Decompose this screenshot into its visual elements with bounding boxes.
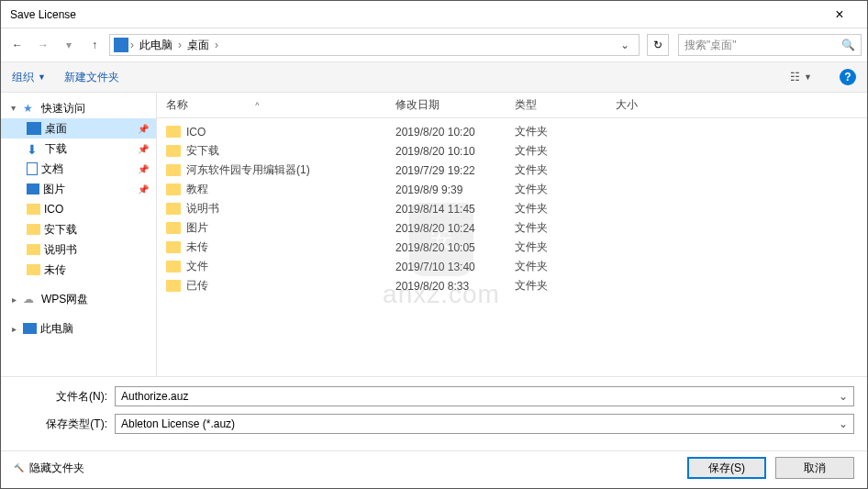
table-row[interactable]: 图片2019/8/20 10:24文件夹 xyxy=(157,218,867,238)
chevron-right-icon[interactable]: › xyxy=(178,39,182,51)
chevron-right-icon[interactable]: › xyxy=(215,39,218,51)
table-row[interactable]: ICO2019/8/20 10:20文件夹 xyxy=(157,122,867,141)
view-options-button[interactable]: ☷ ▼ xyxy=(790,71,812,83)
filename-label: 文件名(N): xyxy=(14,389,115,405)
star-icon: ★ xyxy=(23,102,38,115)
sidebar-item-label: 下载 xyxy=(45,141,67,157)
column-type[interactable]: 类型 xyxy=(515,97,616,113)
view-icon: ☷ xyxy=(790,71,800,83)
sidebar-item-label: 安下载 xyxy=(44,222,77,238)
sidebar-item-label: ICO xyxy=(44,203,63,216)
file-date: 2019/7/29 19:22 xyxy=(395,164,515,177)
sidebar-item[interactable]: 未传 xyxy=(1,260,156,280)
sidebar-wps[interactable]: ▸ ☁ WPS网盘 xyxy=(1,289,156,309)
forward-icon: → xyxy=(32,34,54,56)
sidebar-item-label: 文档 xyxy=(41,161,63,177)
table-row[interactable]: 说明书2019/8/14 11:45文件夹 xyxy=(157,199,867,218)
pin-icon: 📌 xyxy=(138,124,149,134)
file-date: 2019/8/20 10:24 xyxy=(395,222,515,235)
file-rows[interactable]: 安 anxz.com ICO2019/8/20 10:20文件夹安下载2019/… xyxy=(157,118,867,376)
doc-icon xyxy=(27,162,38,175)
sidebar-item[interactable]: ICO xyxy=(1,199,156,219)
chevron-icon[interactable]: ▸ xyxy=(8,324,19,334)
help-icon[interactable]: ? xyxy=(840,69,856,85)
chevron-down-icon[interactable]: ⌄ xyxy=(839,390,848,403)
pin-icon: 📌 xyxy=(138,144,149,154)
file-name: 教程 xyxy=(186,182,208,197)
column-date[interactable]: 修改日期 xyxy=(395,97,515,113)
file-date: 2019/7/10 13:40 xyxy=(395,261,515,273)
file-type: 文件夹 xyxy=(515,259,616,274)
column-name[interactable]: 名称 ^ xyxy=(166,97,395,113)
table-row[interactable]: 教程2019/8/9 9:39文件夹 xyxy=(157,180,867,199)
sidebar: ▸ ★ 快速访问 桌面📌⬇下载📌文档📌图片📌ICO安下载说明书未传 ▸ ☁ WP… xyxy=(1,93,157,376)
chevron-icon[interactable]: ▸ xyxy=(8,295,19,305)
cancel-button[interactable]: 取消 xyxy=(775,457,854,479)
file-type: 文件夹 xyxy=(515,162,616,178)
address-dropdown-icon[interactable]: ⌄ xyxy=(615,39,635,51)
sidebar-quick-access[interactable]: ▸ ★ 快速访问 xyxy=(1,98,156,118)
chevron-down-icon: ▼ xyxy=(804,72,812,82)
folder-icon xyxy=(166,183,181,195)
recent-dropdown-icon[interactable]: ▾ xyxy=(58,34,80,56)
file-name: ICO xyxy=(186,126,206,139)
sidebar-this-pc[interactable]: ▸ 此电脑 xyxy=(1,318,156,339)
back-icon[interactable]: ← xyxy=(6,34,28,56)
hide-folders-button[interactable]: 🔨 隐藏文件夹 xyxy=(14,461,84,476)
file-type: 文件夹 xyxy=(515,124,616,139)
table-row[interactable]: 安下载2019/8/20 10:10文件夹 xyxy=(157,141,867,161)
pic-icon xyxy=(27,183,39,194)
sidebar-item[interactable]: 图片📌 xyxy=(1,179,156,199)
search-input[interactable]: 搜索"桌面" 🔍 xyxy=(678,34,862,56)
folder-icon xyxy=(166,145,181,157)
download-icon: ⬇ xyxy=(27,142,41,155)
search-icon[interactable]: 🔍 xyxy=(841,39,855,51)
file-type: 文件夹 xyxy=(515,278,616,294)
sidebar-item[interactable]: 说明书 xyxy=(1,239,156,260)
sidebar-item[interactable]: 桌面📌 xyxy=(1,118,156,139)
folder-icon xyxy=(166,222,181,234)
organize-button[interactable]: 组织 ▼ xyxy=(12,70,46,85)
bottom-panel: 文件名(N): Authorize.auz ⌄ 保存类型(T): Ableton… xyxy=(1,376,867,450)
breadcrumb-current[interactable]: 桌面 xyxy=(184,38,213,53)
chevron-right-icon[interactable]: › xyxy=(130,39,134,51)
search-placeholder: 搜索"桌面" xyxy=(684,38,841,53)
table-row[interactable]: 河东软件园专用编辑器(1)2019/7/29 19:22文件夹 xyxy=(157,161,867,180)
pc-icon xyxy=(114,38,128,52)
sidebar-item-label: 图片 xyxy=(43,182,65,197)
up-icon[interactable]: ↑ xyxy=(83,34,106,56)
file-list: 名称 ^ 修改日期 类型 大小 安 anxz.com ICO2019/8/20 … xyxy=(157,93,867,376)
column-size[interactable]: 大小 xyxy=(616,97,689,113)
navbar: ← → ▾ ↑ › 此电脑 › 桌面 › ⌄ ↻ 搜索"桌面" 🔍 xyxy=(1,28,867,61)
refresh-icon[interactable]: ↻ xyxy=(647,34,669,56)
file-name: 文件 xyxy=(186,259,208,274)
file-name: 说明书 xyxy=(186,201,219,217)
filename-input[interactable]: Authorize.auz ⌄ xyxy=(115,386,854,406)
breadcrumb-root[interactable]: 此电脑 xyxy=(136,38,176,53)
table-row[interactable]: 已传2019/8/20 8:33文件夹 xyxy=(157,276,867,295)
sidebar-item-label: 说明书 xyxy=(44,242,77,258)
table-row[interactable]: 未传2019/8/20 10:05文件夹 xyxy=(157,238,867,257)
sidebar-item[interactable]: ⬇下载📌 xyxy=(1,139,156,159)
chevron-down-icon[interactable]: ⌄ xyxy=(839,417,848,430)
sort-indicator-icon: ^ xyxy=(255,101,259,110)
folder-icon xyxy=(27,224,40,235)
address-bar[interactable]: › 此电脑 › 桌面 › ⌄ xyxy=(109,34,640,56)
save-button[interactable]: 保存(S) xyxy=(687,457,766,479)
chevron-icon[interactable]: ▸ xyxy=(9,103,19,114)
sidebar-item[interactable]: 文档📌 xyxy=(1,159,156,179)
close-icon[interactable]: × xyxy=(821,6,858,23)
file-type: 文件夹 xyxy=(515,143,616,159)
file-name: 图片 xyxy=(186,220,208,236)
filetype-label: 保存类型(T): xyxy=(14,417,115,432)
footer: 🔨 隐藏文件夹 保存(S) 取消 xyxy=(1,450,867,488)
new-folder-button[interactable]: 新建文件夹 xyxy=(64,70,119,85)
sidebar-item[interactable]: 安下载 xyxy=(1,219,156,239)
file-type: 文件夹 xyxy=(515,201,616,217)
folder-icon xyxy=(166,280,181,292)
table-row[interactable]: 文件2019/7/10 13:40文件夹 xyxy=(157,257,867,276)
titlebar: Save License × xyxy=(1,1,867,28)
file-type: 文件夹 xyxy=(515,182,616,197)
file-date: 2019/8/20 8:33 xyxy=(395,280,515,293)
filetype-select[interactable]: Ableton License (*.auz) ⌄ xyxy=(115,414,854,434)
